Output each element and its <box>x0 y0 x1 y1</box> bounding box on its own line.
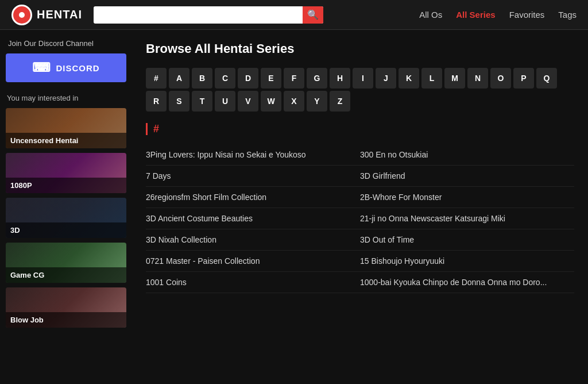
alpha-btn-u[interactable]: U <box>215 91 235 112</box>
alpha-btn-h[interactable]: H <box>330 68 350 89</box>
alpha-btn-n[interactable]: N <box>467 68 488 89</box>
sidebar: Join Our Discord Channel ⌨ DISCORD You m… <box>0 30 132 384</box>
main-nav: All Os All Series Favorites Tags <box>419 10 577 20</box>
card-label: Uncensored Hentai <box>6 133 126 148</box>
card-label: 1080P <box>6 178 126 193</box>
alpha-btn-a[interactable]: A <box>169 68 189 89</box>
alpha-btn-k[interactable]: K <box>399 68 419 89</box>
logo-circle-inner <box>19 12 25 18</box>
alpha-btn-l[interactable]: L <box>421 68 442 89</box>
alpha-btn-t[interactable]: T <box>192 91 212 112</box>
series-item[interactable]: 26regionsfm Short Film Collection <box>146 187 360 208</box>
search-icon: 🔍 <box>307 9 319 20</box>
search-bar: 🔍 <box>94 6 323 24</box>
search-button[interactable]: 🔍 <box>303 6 323 24</box>
discord-section-title: Join Our Discord Channel <box>6 39 126 48</box>
discord-label: DISCORD <box>56 63 99 73</box>
nav-all-os[interactable]: All Os <box>419 10 442 20</box>
alpha-btn-hash[interactable]: # <box>146 68 167 89</box>
alpha-btn-c[interactable]: C <box>215 68 235 89</box>
alpha-btn-x[interactable]: X <box>284 91 304 112</box>
alpha-btn-o[interactable]: O <box>490 68 511 89</box>
alpha-btn-q[interactable]: Q <box>536 68 557 89</box>
alpha-btn-w[interactable]: W <box>261 91 281 112</box>
section-header: # <box>146 123 574 135</box>
series-item[interactable]: 3Ping Lovers: Ippu Nisai no Sekai e Youk… <box>146 144 360 166</box>
nav-tags[interactable]: Tags <box>558 10 577 20</box>
logo-text: HENTAI <box>37 8 82 21</box>
alpha-row-2: R S T U V W X Y Z <box>146 91 574 112</box>
main-content: Browse All Hentai Series # A B C D E F G… <box>132 30 588 384</box>
alpha-row-1: # A B C D E F G H I J K L M N O P Q <box>146 68 574 89</box>
alphabet-nav: # A B C D E F G H I J K L M N O P Q R <box>146 68 574 112</box>
sidebar-card-gamecg[interactable]: Game CG <box>6 243 126 283</box>
alpha-btn-i[interactable]: I <box>353 68 373 89</box>
series-list: 3Ping Lovers: Ippu Nisai no Sekai e Youk… <box>146 144 574 293</box>
alpha-btn-z[interactable]: Z <box>330 91 350 112</box>
series-item[interactable]: 300 En no Otsukiai <box>360 144 574 166</box>
alpha-btn-v[interactable]: V <box>238 91 258 112</box>
series-item[interactable]: 15 Bishoujo Hyouryuuki <box>360 251 574 272</box>
header: HENTAI 🔍 All Os All Series Favorites Tag… <box>0 0 588 30</box>
sidebar-card-3d[interactable]: 3D <box>6 198 126 238</box>
series-item[interactable]: 3D Girlfriend <box>360 166 574 187</box>
alpha-btn-p[interactable]: P <box>513 68 534 89</box>
search-input[interactable] <box>94 6 323 24</box>
series-item[interactable]: 21-ji no Onna Newscaster Katsuragi Miki <box>360 208 574 229</box>
alpha-btn-r[interactable]: R <box>146 91 167 112</box>
card-label: 3D <box>6 222 126 238</box>
sidebar-card-uncensored[interactable]: Uncensored Hentai <box>6 108 126 148</box>
alpha-btn-e[interactable]: E <box>261 68 281 89</box>
discord-icon: ⌨ <box>32 60 51 75</box>
alpha-btn-b[interactable]: B <box>192 68 212 89</box>
interest-label: You may interested in <box>6 94 126 102</box>
card-label: Blow Job <box>6 312 126 328</box>
alpha-btn-g[interactable]: G <box>307 68 327 89</box>
nav-favorites[interactable]: Favorites <box>509 10 545 20</box>
logo[interactable]: HENTAI <box>11 5 82 25</box>
series-item[interactable]: 0721 Master - Paisen Collection <box>146 251 360 272</box>
series-item[interactable]: 1000-bai Kyouka Chinpo de Donna Onna mo … <box>360 272 574 293</box>
sidebar-card-1080p[interactable]: 1080P <box>6 153 126 193</box>
page-title: Browse All Hentai Series <box>146 41 574 56</box>
series-item[interactable]: 7 Days <box>146 166 360 187</box>
series-item[interactable]: 2B-Whore For Monster <box>360 187 574 208</box>
series-item[interactable]: 1001 Coins <box>146 272 360 293</box>
sidebar-card-blowjob[interactable]: Blow Job <box>6 287 126 328</box>
alpha-btn-d[interactable]: D <box>238 68 258 89</box>
alpha-btn-m[interactable]: M <box>444 68 465 89</box>
alpha-btn-y[interactable]: Y <box>307 91 327 112</box>
card-label: Game CG <box>6 267 126 283</box>
series-item[interactable]: 3D Out of Time <box>360 229 574 251</box>
page-layout: Join Our Discord Channel ⌨ DISCORD You m… <box>0 30 588 384</box>
logo-icon <box>11 5 32 25</box>
nav-all-series[interactable]: All Series <box>456 10 495 20</box>
series-item[interactable]: 3D Nixah Collection <box>146 229 360 251</box>
alpha-btn-s[interactable]: S <box>169 91 189 112</box>
alpha-btn-j[interactable]: J <box>376 68 396 89</box>
discord-button[interactable]: ⌨ DISCORD <box>6 53 126 82</box>
alpha-btn-f[interactable]: F <box>284 68 304 89</box>
series-item[interactable]: 3D Ancient Costume Beauties <box>146 208 360 229</box>
